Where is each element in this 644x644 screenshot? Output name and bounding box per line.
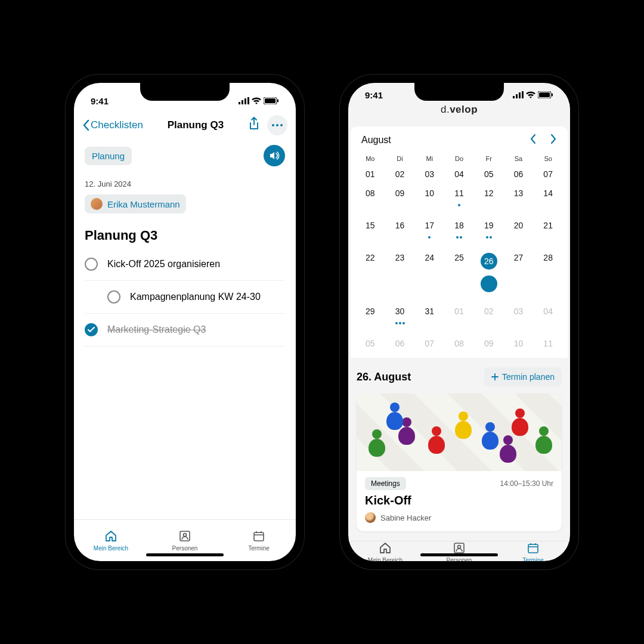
status-time: 9:41 [91, 96, 109, 106]
weekday-label: Fr [474, 153, 504, 165]
event-card[interactable]: Meetings 14:00–15:30 Uhr Kick-Off Sabine… [357, 394, 562, 531]
svg-rect-1 [242, 100, 243, 104]
tab-home[interactable]: Mein Bereich [348, 541, 422, 561]
next-month-button[interactable] [550, 134, 557, 147]
calendar-day[interactable]: 06 [385, 334, 415, 353]
checkbox-empty-icon[interactable] [85, 258, 98, 271]
calendar-day[interactable]: 26 [474, 248, 504, 302]
calendar-day[interactable]: 08 [355, 184, 385, 216]
tab-people-label: Personen [447, 557, 472, 561]
calendar-day[interactable]: 18 [444, 216, 474, 248]
calendar-day[interactable]: 07 [533, 165, 563, 184]
calendar-day[interactable]: 02 [385, 165, 415, 184]
pawn-icon [455, 411, 472, 439]
event-dots [385, 317, 415, 329]
date-label: 12. Juni 2024 [85, 179, 285, 188]
calendar-day[interactable]: 28 [533, 248, 563, 302]
calendar-day[interactable]: 15 [355, 216, 385, 248]
calendar-icon [527, 541, 540, 555]
svg-rect-12 [254, 532, 264, 541]
calendar-day[interactable]: 08 [444, 334, 474, 353]
calendar-day[interactable]: 03 [414, 165, 444, 184]
checkbox-checked-icon[interactable] [85, 323, 98, 336]
pawn-icon [482, 422, 499, 450]
calendar-day[interactable]: 29 [355, 302, 385, 334]
tab-dates-label: Termine [522, 557, 544, 561]
more-button[interactable] [267, 115, 287, 135]
svg-rect-17 [516, 94, 518, 98]
avatar [91, 198, 103, 210]
home-indicator[interactable] [420, 553, 498, 556]
calendar-day[interactable]: 11 [533, 334, 563, 353]
weekday-label: Mo [355, 153, 385, 165]
calendar-day[interactable]: 11 [444, 184, 474, 216]
home-icon [379, 541, 392, 555]
calendar-day[interactable]: 09 [385, 184, 415, 216]
plan-event-button[interactable]: Termin planen [484, 367, 562, 386]
avatar [365, 512, 376, 523]
tab-people[interactable]: Personen [422, 541, 496, 561]
battery-icon [264, 96, 279, 106]
calendar-day[interactable]: 13 [504, 184, 534, 216]
calendar-day[interactable]: 14 [533, 184, 563, 216]
battery-icon [538, 90, 553, 100]
calendar-day[interactable]: 16 [385, 216, 415, 248]
calendar-day[interactable]: 01 [444, 302, 474, 334]
user-chip[interactable]: Erika Mustermann [85, 194, 186, 213]
calendar-day[interactable]: 10 [504, 334, 534, 353]
home-indicator[interactable] [146, 553, 224, 556]
plan-button-label: Termin planen [502, 372, 555, 382]
calendar-day[interactable]: 12 [474, 184, 504, 216]
tab-dates[interactable]: Termine [222, 520, 296, 561]
checklist-item[interactable]: Kick-Off 2025 organisieren [85, 248, 285, 281]
calendar-day[interactable]: 24 [414, 248, 444, 302]
more-icon [272, 124, 283, 126]
calendar-day[interactable]: 04 [444, 165, 474, 184]
checklist-item[interactable]: Kampagnenplanung KW 24-30 [85, 281, 285, 314]
svg-point-9 [280, 124, 283, 126]
calendar-day[interactable]: 17 [414, 216, 444, 248]
pawn-icon [512, 408, 528, 436]
tab-bar: Mein Bereich Personen Termine [348, 541, 570, 561]
calendar-day[interactable]: 09 [474, 334, 504, 353]
checklist-item[interactable]: Marketing-Strategie Q3 [85, 314, 285, 346]
calendar-day[interactable]: 31 [414, 302, 444, 334]
svg-rect-6 [277, 99, 278, 102]
svg-rect-5 [265, 98, 275, 103]
calendar-day[interactable]: 30 [385, 302, 415, 334]
event-dots [444, 199, 474, 211]
calendar-day[interactable]: 02 [474, 302, 504, 334]
calendar-day[interactable]: 25 [444, 248, 474, 302]
home-icon [104, 530, 117, 543]
calendar-day[interactable]: 20 [504, 216, 534, 248]
audio-button[interactable] [264, 145, 285, 166]
calendar-day[interactable]: 19 [474, 216, 504, 248]
event-time: 14:00–15:30 Uhr [500, 479, 553, 488]
checkbox-empty-icon[interactable] [107, 290, 120, 304]
calendar-day[interactable]: 05 [355, 334, 385, 353]
calendar-day[interactable]: 22 [355, 248, 385, 302]
tab-dates[interactable]: Termine [496, 541, 570, 561]
calendar-day[interactable]: 06 [504, 165, 534, 184]
back-button[interactable]: Checklisten [82, 119, 143, 131]
wifi-icon [252, 96, 261, 106]
calendar-day[interactable]: 07 [414, 334, 444, 353]
phone-left: 9:41 Checklisten Planung Q3 Planung [66, 75, 304, 569]
back-label: Checklisten [91, 119, 143, 131]
calendar-day[interactable]: 01 [355, 165, 385, 184]
calendar-day[interactable]: 23 [385, 248, 415, 302]
calendar-day[interactable]: 27 [504, 248, 534, 302]
calendar-day[interactable]: 21 [533, 216, 563, 248]
svg-rect-2 [244, 98, 246, 104]
share-button[interactable] [248, 117, 260, 134]
calendar-day[interactable]: 10 [414, 184, 444, 216]
calendar-day[interactable]: 03 [504, 302, 534, 334]
prev-month-button[interactable] [530, 134, 537, 147]
calendar-day[interactable]: 04 [533, 302, 563, 334]
category-tag[interactable]: Planung [85, 147, 132, 165]
calendar-day[interactable]: 05 [474, 165, 504, 184]
tab-home-label: Mein Bereich [94, 545, 128, 552]
event-image [357, 394, 562, 471]
event-title: Kick-Off [365, 494, 553, 507]
tab-home[interactable]: Mein Bereich [74, 520, 148, 561]
